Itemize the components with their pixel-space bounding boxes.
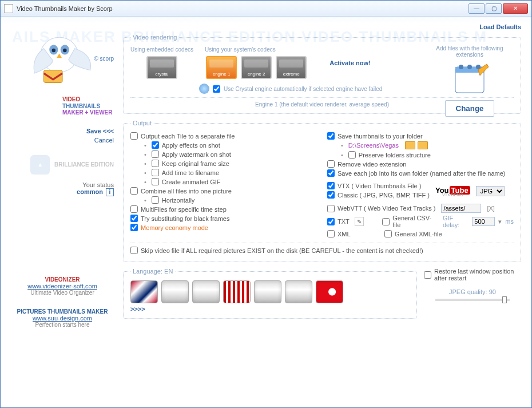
codec-extreme[interactable]: extreme <box>276 56 307 79</box>
owl-logo <box>25 23 100 92</box>
tile-separate-checkbox[interactable] <box>130 132 138 140</box>
keep-frame-checkbox[interactable] <box>152 160 159 167</box>
flag-tr[interactable] <box>316 280 343 303</box>
jpeg-value: 90 <box>489 288 496 295</box>
assets-input[interactable] <box>441 204 481 213</box>
folder-open-icon[interactable] <box>418 141 428 149</box>
flag-en[interactable] <box>130 280 158 303</box>
preserve-checkbox[interactable] <box>348 151 356 159</box>
jpeg-label: JPEG quality: <box>449 288 487 295</box>
ptm-title: PICTURES THUMBNAILS MAKER <box>11 308 114 315</box>
flag-5[interactable] <box>254 280 281 303</box>
gxml-checkbox[interactable] <box>384 230 392 237</box>
change-button[interactable]: Change <box>445 100 495 117</box>
videonizer-sub: Ultimate Video Organizer <box>11 290 114 296</box>
svg-point-9 <box>459 65 463 69</box>
ptm-link[interactable]: www.suu-design.com <box>11 315 114 322</box>
window-title: Video Thumbnails Maker by Scorp <box>17 5 469 12</box>
horiz-checkbox[interactable] <box>152 196 159 204</box>
txt-checkbox[interactable] <box>327 218 335 225</box>
flag-4[interactable] <box>223 280 251 303</box>
apply-watermark-checkbox[interactable] <box>152 150 159 158</box>
status-label: Your status <box>11 181 114 188</box>
brilliance-badge: ▲ BRILLIANCE EDITION <box>11 155 114 175</box>
skip-checkbox[interactable] <box>130 247 138 254</box>
embedded-label: Using embedded codecs <box>130 46 193 53</box>
titlebar: Video Thumbnails Maker by Scorp — ▢ ✕ <box>1 1 531 17</box>
save-button[interactable]: Save <<< <box>11 128 114 134</box>
refresh-icon[interactable] <box>199 84 209 94</box>
restore-checkbox[interactable] <box>424 271 431 279</box>
add-files-text: Add files with the following extensions <box>427 45 513 58</box>
apply-effects-checkbox[interactable] <box>152 141 159 149</box>
crystal-auto-label: Use Crystal engine automatically if sele… <box>224 86 382 92</box>
combine-checkbox[interactable] <box>130 187 138 195</box>
vr-legend: Video rendering <box>130 34 179 41</box>
info-icon[interactable]: i <box>106 188 114 196</box>
webvtt-checkbox[interactable] <box>327 205 335 212</box>
clear-x[interactable]: [X] <box>487 205 494 212</box>
videonizer-title: VIDEONIZER <box>11 276 114 283</box>
codec-crystal[interactable]: crystal <box>146 56 177 79</box>
activate-link[interactable]: Activate now! <box>329 60 371 66</box>
videonizer-link[interactable]: www.videonizer-soft.com <box>11 283 114 290</box>
add-time-checkbox[interactable] <box>152 169 159 176</box>
minimize-button[interactable]: — <box>469 3 485 14</box>
svg-point-3 <box>52 49 56 53</box>
codec-engine2[interactable]: engine 2 <box>241 56 272 79</box>
gif-delay-input[interactable] <box>472 217 495 226</box>
codec-engine1[interactable]: engine 1 <box>206 56 237 79</box>
remove-ext-checkbox[interactable] <box>327 160 335 168</box>
load-defaults-link[interactable]: Load Defaults <box>479 23 521 30</box>
lang-legend: Language: EN <box>130 268 175 275</box>
format-select[interactable]: JPG <box>476 186 505 196</box>
edit-icon[interactable]: ✎ <box>355 217 364 226</box>
cancel-button[interactable]: Cancel <box>11 137 114 144</box>
brand-text: VIDEO THUMBNAILS MAKER + VIEWER <box>62 96 114 116</box>
crystal-auto-checkbox[interactable] <box>213 85 220 93</box>
flag-2[interactable] <box>161 280 189 303</box>
multifiles-checkbox[interactable] <box>130 205 138 213</box>
video-rendering-group: Video rendering Add files with the follo… <box>123 34 521 114</box>
output-group: Output Output each Tile to a separate fi… <box>123 120 521 262</box>
folder-path[interactable]: D:\Screens\Vegas <box>348 142 399 149</box>
xml-checkbox[interactable] <box>327 230 335 237</box>
maximize-button[interactable]: ▢ <box>486 3 502 14</box>
arrow-up-icon: ▲ <box>30 155 50 175</box>
flag-6[interactable] <box>285 280 312 303</box>
save-job-checkbox[interactable] <box>327 169 335 177</box>
csv-checkbox[interactable] <box>382 218 390 225</box>
notepad-icon <box>447 61 493 96</box>
close-button[interactable]: ✕ <box>503 3 528 14</box>
svg-point-4 <box>63 49 67 53</box>
status-value: common <box>77 188 103 195</box>
jpeg-slider[interactable] <box>435 299 510 301</box>
folder-icon[interactable] <box>405 141 415 149</box>
classic-checkbox[interactable] <box>327 191 335 199</box>
language-group: Language: EN >>>> <box>123 268 417 319</box>
create-gif-checkbox[interactable] <box>152 178 159 185</box>
save-folder-checkbox[interactable] <box>327 132 335 140</box>
system-label: Using your system's codecs <box>205 46 308 53</box>
output-legend: Output <box>130 120 154 126</box>
memory-checkbox[interactable] <box>130 224 138 231</box>
svg-point-10 <box>467 65 472 69</box>
flag-3[interactable] <box>192 280 220 303</box>
app-icon <box>4 4 13 13</box>
more-languages[interactable]: >>>> <box>130 306 410 312</box>
svg-rect-6 <box>44 70 63 83</box>
try-sub-checkbox[interactable] <box>130 215 138 222</box>
vtx-checkbox[interactable] <box>327 182 335 189</box>
ptm-sub: Perfection starts here <box>11 322 114 328</box>
